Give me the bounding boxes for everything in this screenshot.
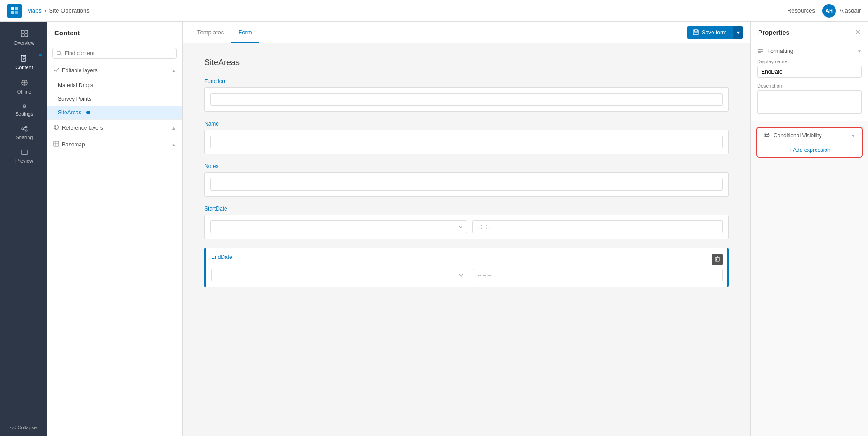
startdate-time: --:--:-- [472,220,723,233]
editable-layers-icon [53,67,59,74]
enddate-dropdown[interactable] [211,269,467,281]
overview-label: Overview [14,40,35,46]
save-icon [693,29,699,35]
function-input[interactable] [210,93,723,106]
tab-bar: Templates Form Save form ▾ [183,22,750,43]
tabs: Templates Form [190,23,259,42]
conditional-visibility-icon [764,132,770,139]
sidebar-item-overview[interactable]: Overview [0,25,47,50]
basemap-label: Basemap [62,141,85,148]
notes-input[interactable] [210,178,723,191]
save-btn-group: Save form ▾ [687,26,743,39]
display-name-field: Display name [751,59,868,83]
editable-layers-chevron: ▲ [171,68,176,73]
editable-layers-header[interactable]: Editable layers ▲ [47,62,182,79]
properties-header: Properties ✕ [751,22,868,43]
function-label: Function [204,78,729,84]
form-title: SiteAreas [204,58,729,67]
svg-rect-7 [25,34,28,37]
sidebar-item-preview[interactable]: Preview [0,145,47,168]
add-expression-button[interactable]: + Add expression [757,143,862,157]
topbar-left: Maps › Site Operations [7,4,90,18]
form-area: SiteAreas Function Name Notes [183,43,750,436]
breadcrumb-site-operations[interactable]: Site Operations [49,7,90,14]
formatting-icon [757,48,764,54]
properties-title: Properties [758,29,789,36]
editable-layers-label: Editable layers [62,67,98,74]
svg-point-15 [25,126,27,128]
topbar-right: Resources AH Alasdair [787,4,861,18]
sharing-label: Sharing [16,135,33,140]
svg-rect-4 [21,30,24,33]
save-form-button[interactable]: Save form [687,26,733,39]
survey-points-item[interactable]: Survey Points [47,92,182,106]
panel-title: Content [47,22,182,44]
editable-layers-group: Editable layers ▲ Material Drops Survey … [47,62,182,120]
basemap-header[interactable]: Basemap ▲ [47,136,182,153]
reference-layers-icon [53,124,59,131]
site-areas-item[interactable]: SiteAreas [47,106,182,119]
display-name-input[interactable] [757,66,862,78]
conditional-visibility-header[interactable]: Conditional Visibility ▼ [757,128,862,143]
description-field: Description [751,83,868,121]
startdate-label: StartDate [204,206,729,212]
enddate-time: --:--:-- [473,269,723,281]
search-input[interactable] [65,50,173,56]
tab-templates[interactable]: Templates [190,23,231,43]
breadcrumb-maps[interactable]: Maps [27,7,42,14]
content-icon [21,55,28,63]
sidebar-item-sharing[interactable]: Sharing [0,121,47,145]
basemap-chevron: ▲ [171,142,176,147]
startdate-field: StartDate --:--:-- [204,206,729,239]
name-label: Name [204,121,729,127]
reference-layers-chevron: ▲ [171,126,176,131]
formatting-chevron: ▼ [857,49,862,54]
properties-close-button[interactable]: ✕ [855,28,861,37]
enddate-field: EndDate [204,248,729,287]
sidebar-item-content[interactable]: Content [0,50,47,75]
svg-rect-26 [54,141,59,146]
description-textarea[interactable] [757,90,862,114]
resources-link[interactable]: Resources [787,7,815,14]
overview-icon [21,30,28,38]
content-label: Content [15,65,33,70]
svg-rect-0 [11,7,14,10]
svg-rect-2 [11,11,14,14]
name-input[interactable] [210,136,723,148]
sidebar-item-settings[interactable]: ⚙ Settings [0,99,47,121]
svg-point-22 [57,51,61,55]
formatting-section: Formatting ▼ Display name Description [751,43,868,121]
basemap-group: Basemap ▲ [47,136,182,153]
sidebar-item-offline[interactable]: Offline [0,75,47,99]
app-logo [7,4,22,18]
main-content: Templates Form Save form ▾ SiteAreas [183,22,750,436]
startdate-dropdown[interactable] [210,220,467,233]
material-drops-item[interactable]: Material Drops [47,79,182,92]
svg-rect-6 [21,34,24,37]
formatting-section-header[interactable]: Formatting ▼ [751,43,868,59]
reference-layers-label: Reference layers [62,125,103,131]
search-box[interactable] [52,48,177,59]
reference-layers-header[interactable]: Reference layers ▲ [47,120,182,136]
svg-line-44 [768,133,769,134]
conditional-visibility-chevron: ▼ [851,133,855,138]
save-form-dropdown-button[interactable]: ▾ [733,26,743,39]
collapse-button[interactable]: << Collapse [7,421,41,434]
tab-form[interactable]: Form [231,23,259,43]
nav-bottom: << Collapse [7,418,41,436]
user-name: Alasdair [840,7,861,14]
main-layout: Overview Content Off [0,22,868,436]
notes-label: Notes [204,163,729,169]
breadcrumb: Maps › Site Operations [27,7,90,14]
svg-line-18 [24,127,25,128]
function-field: Function [204,78,729,112]
description-label: Description [757,83,862,89]
conditional-visibility-label: Conditional Visibility [774,132,822,139]
site-areas-active-dot [86,111,90,114]
sharing-icon [21,126,28,133]
reference-layers-group: Reference layers ▲ [47,120,182,136]
offline-icon [21,79,28,87]
display-name-label: Display name [757,59,862,64]
enddate-delete-button[interactable] [712,254,723,265]
search-icon [57,51,62,56]
